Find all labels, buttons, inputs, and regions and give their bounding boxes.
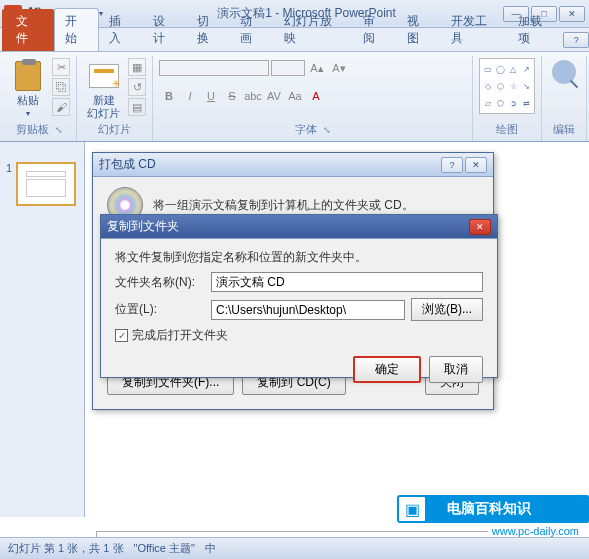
dialog2-description: 将文件复制到您指定名称和位置的新文件夹中。 (115, 249, 483, 266)
dialog2-titlebar[interactable]: 复制到文件夹 ✕ (101, 215, 497, 239)
dialog1-titlebar[interactable]: 打包成 CD ? ✕ (93, 153, 493, 177)
paste-button[interactable]: 粘贴 ▾ (8, 58, 48, 120)
new-slide-icon (89, 64, 119, 88)
change-case-button[interactable]: Aa (285, 86, 305, 106)
format-painter-icon[interactable]: 🖌 (52, 98, 70, 116)
ribbon-tabs: 文件 开始 插入 设计 切换 动画 幻灯片放映 审阅 视图 开发工具 加载项 ? (0, 28, 589, 52)
shadow-button[interactable]: abc (243, 86, 263, 106)
statusbar: 幻灯片 第 1 张，共 1 张 "Office 主题" 中 (0, 537, 589, 559)
shrink-font-icon[interactable]: A▾ (329, 58, 349, 78)
tab-review[interactable]: 审阅 (353, 9, 397, 51)
tab-file[interactable]: 文件 (2, 9, 54, 51)
ok-button[interactable]: 确定 (353, 356, 421, 383)
find-icon (552, 60, 576, 84)
new-slide-button[interactable]: 新建 幻灯片 (83, 58, 124, 122)
dialog1-help-button[interactable]: ? (441, 157, 463, 173)
ribbon: 粘贴 ▾ ✂ ⿻ 🖌 剪贴板⤡ 新建 幻灯片 ▦ ↺ (0, 52, 589, 142)
layout-icon[interactable]: ▦ (128, 58, 146, 76)
watermark-badge: 电脑百科知识 ▣ www.pc-daily.com (397, 495, 589, 537)
drawing-group-label: 绘图 (496, 122, 518, 137)
font-launcher-icon[interactable]: ⤡ (323, 125, 331, 135)
reset-icon[interactable]: ↺ (128, 78, 146, 96)
shapes-gallery[interactable]: ▭◯△↗ ◇⬡☆↘ ▱⬠➲⇄ (479, 58, 535, 114)
folder-name-input[interactable] (211, 272, 483, 292)
tab-slideshow[interactable]: 幻灯片放映 (274, 9, 353, 51)
clipboard-launcher-icon[interactable]: ⤡ (55, 125, 63, 135)
tab-insert[interactable]: 插入 (99, 9, 143, 51)
italic-button[interactable]: I (180, 86, 200, 106)
tab-view[interactable]: 视图 (397, 9, 441, 51)
cut-icon[interactable]: ✂ (52, 58, 70, 76)
font-color-button[interactable]: A (306, 86, 326, 106)
paste-label: 粘贴 (17, 94, 39, 107)
watermark-url: www.pc-daily.com (488, 525, 583, 537)
tab-home[interactable]: 开始 (54, 8, 100, 51)
paste-dropdown-icon[interactable]: ▾ (26, 109, 30, 118)
dialog-copy-to-folder: 复制到文件夹 ✕ 将文件复制到您指定名称和位置的新文件夹中。 文件夹名称(N):… (100, 214, 498, 378)
group-font: A▴ A▾ B I U S abc AV Aa A 字体⤡ (153, 56, 473, 141)
font-family-input[interactable] (159, 60, 269, 76)
watermark-text: 电脑百科知识 (419, 495, 589, 523)
status-theme: "Office 主题" (134, 541, 195, 556)
tab-animations[interactable]: 动画 (230, 9, 274, 51)
location-label: 位置(L): (115, 301, 205, 318)
section-icon[interactable]: ▤ (128, 98, 146, 116)
bold-button[interactable]: B (159, 86, 179, 106)
status-slide-info: 幻灯片 第 1 张，共 1 张 (8, 541, 124, 556)
tab-addins[interactable]: 加载项 (508, 9, 564, 51)
browse-button[interactable]: 浏览(B)... (411, 298, 483, 321)
open-folder-label: 完成后打开文件夹 (132, 327, 228, 344)
thumbnail-item[interactable]: 1 (6, 162, 78, 206)
char-spacing-button[interactable]: AV (264, 86, 284, 106)
cancel-button[interactable]: 取消 (429, 356, 483, 383)
slides-small-tools: ▦ ↺ ▤ (128, 58, 146, 116)
dialog2-title: 复制到文件夹 (107, 218, 469, 235)
open-folder-checkbox[interactable]: ✓ (115, 329, 128, 342)
dialog1-close-button[interactable]: ✕ (465, 157, 487, 173)
watermark-icon: ▣ (397, 495, 427, 523)
tab-developer[interactable]: 开发工具 (441, 9, 508, 51)
clipboard-group-label: 剪贴板 (16, 122, 49, 137)
clipboard-icon (15, 61, 41, 91)
ribbon-help-button[interactable]: ? (563, 32, 589, 48)
copy-icon[interactable]: ⿻ (52, 78, 70, 96)
dialog1-title: 打包成 CD (99, 156, 441, 173)
new-slide-label: 新建 幻灯片 (87, 94, 120, 120)
grow-font-icon[interactable]: A▴ (307, 58, 327, 78)
folder-name-label: 文件夹名称(N): (115, 274, 205, 291)
tab-design[interactable]: 设计 (143, 9, 187, 51)
font-size-input[interactable] (271, 60, 305, 76)
underline-button[interactable]: U (201, 86, 221, 106)
dialog2-close-button[interactable]: ✕ (469, 219, 491, 235)
group-drawing: ▭◯△↗ ◇⬡☆↘ ▱⬠➲⇄ 绘图 (473, 56, 542, 141)
location-input[interactable] (211, 300, 405, 320)
slide-thumbnail-panel: 1 (0, 142, 85, 517)
group-editing: 编辑 (542, 56, 587, 141)
slide-thumbnail[interactable] (16, 162, 76, 206)
status-language[interactable]: 中 (205, 541, 216, 556)
group-clipboard: 粘贴 ▾ ✂ ⿻ 🖌 剪贴板⤡ (2, 56, 77, 141)
find-button[interactable] (548, 58, 580, 86)
tab-transitions[interactable]: 切换 (187, 9, 231, 51)
group-slides: 新建 幻灯片 ▦ ↺ ▤ 幻灯片 (77, 56, 153, 141)
font-group-label: 字体 (295, 122, 317, 137)
dialog1-description: 将一组演示文稿复制到计算机上的文件夹或 CD。 (153, 197, 414, 214)
strike-button[interactable]: S (222, 86, 242, 106)
clipboard-small-tools: ✂ ⿻ 🖌 (52, 58, 70, 116)
app-window: P 💾 ↶ ↷ ▾ 演示文稿1 - Microsoft PowerPoint —… (0, 0, 589, 559)
editing-group-label: 编辑 (553, 122, 575, 137)
slides-group-label: 幻灯片 (98, 122, 131, 137)
thumbnail-number: 1 (6, 162, 12, 206)
